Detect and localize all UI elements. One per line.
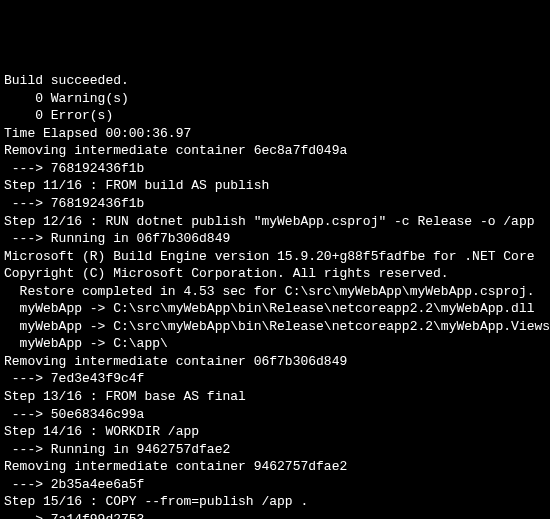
output-line: Copyright (C) Microsoft Corporation. All… xyxy=(4,265,546,283)
output-line: 0 Error(s) xyxy=(4,107,546,125)
output-line: ---> 7ed3e43f9c4f xyxy=(4,370,546,388)
output-line: Restore completed in 4.53 sec for C:\src… xyxy=(4,283,546,301)
output-line: Microsoft (R) Build Engine version 15.9.… xyxy=(4,248,546,266)
output-line: Step 13/16 : FROM base AS final xyxy=(4,388,546,406)
output-line: ---> Running in 06f7b306d849 xyxy=(4,230,546,248)
output-line: Step 12/16 : RUN dotnet publish "myWebAp… xyxy=(4,213,546,231)
output-line: myWebApp -> C:\src\myWebApp\bin\Release\… xyxy=(4,318,546,336)
output-line: Removing intermediate container 9462757d… xyxy=(4,458,546,476)
output-line: myWebApp -> C:\src\myWebApp\bin\Release\… xyxy=(4,300,546,318)
output-line: Step 15/16 : COPY --from=publish /app . xyxy=(4,493,546,511)
output-line: Removing intermediate container 06f7b306… xyxy=(4,353,546,371)
output-line: Step 14/16 : WORKDIR /app xyxy=(4,423,546,441)
output-line: Build succeeded. xyxy=(4,72,546,90)
output-line: ---> 50e68346c99a xyxy=(4,406,546,424)
output-line: 0 Warning(s) xyxy=(4,90,546,108)
output-line: ---> 2b35a4ee6a5f xyxy=(4,476,546,494)
output-line: ---> 768192436f1b xyxy=(4,195,546,213)
output-line: Step 11/16 : FROM build AS publish xyxy=(4,177,546,195)
output-line: Removing intermediate container 6ec8a7fd… xyxy=(4,142,546,160)
output-line: ---> 7a14f99d2753 xyxy=(4,511,546,519)
terminal-output: Build succeeded. 0 Warning(s) 0 Error(s)… xyxy=(4,72,546,519)
output-line: myWebApp -> C:\app\ xyxy=(4,335,546,353)
output-line: ---> Running in 9462757dfae2 xyxy=(4,441,546,459)
output-line: ---> 768192436f1b xyxy=(4,160,546,178)
output-line: Time Elapsed 00:00:36.97 xyxy=(4,125,546,143)
